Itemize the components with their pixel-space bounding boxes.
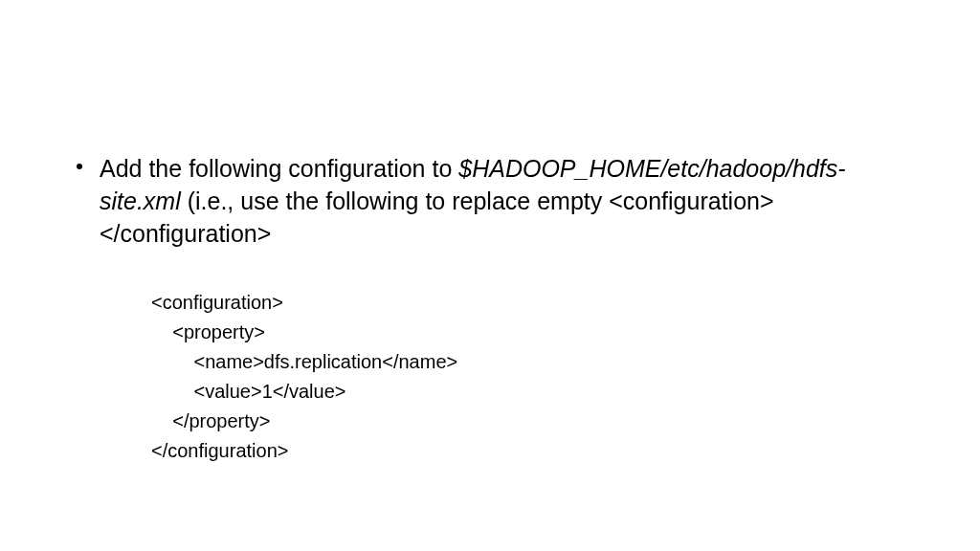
code-block: <configuration> <property> <name>dfs.rep… (151, 288, 903, 466)
code-line: <configuration> (151, 288, 903, 318)
bullet-text-suffix: (i.e., use the following to replace empt… (100, 187, 774, 247)
code-line: </property> (151, 407, 903, 436)
code-line: <value>1</value> (151, 377, 903, 407)
bullet-text-prefix: Add the following configuration to (100, 155, 458, 182)
code-line: </configuration> (151, 436, 903, 466)
slide-content: Add the following configuration to $HADO… (0, 0, 980, 466)
bullet-dot-icon (77, 164, 82, 169)
code-line: <name>dfs.replication</name> (151, 347, 903, 377)
bullet-item: Add the following configuration to $HADO… (77, 153, 903, 250)
code-line: <property> (151, 318, 903, 347)
